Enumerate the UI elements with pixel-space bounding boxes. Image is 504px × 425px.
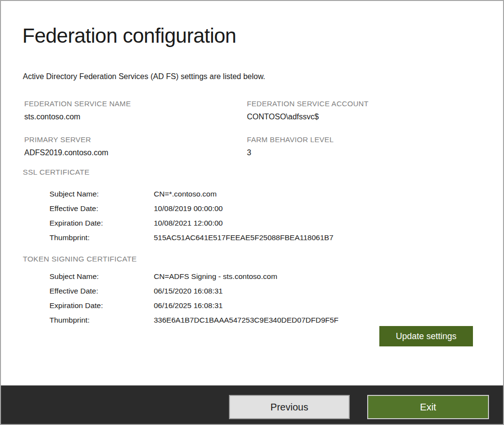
ssl-thumbprint-label: Thumbprint:	[49, 233, 90, 242]
token-signing-certificate-heading: TOKEN SIGNING CERTIFICATE	[23, 255, 137, 263]
ssl-thumbprint-value: 515AC51AC641E517FEEAE5F25088FBEA118061B7	[154, 233, 333, 242]
token-thumbprint-value: 336E6A1B7DC1BAAA547253C9E340DED07DFD9F5F	[154, 316, 339, 325]
ssl-subject-name-label: Subject Name:	[49, 190, 99, 198]
ssl-expiration-date-value: 10/08/2021 12:00:00	[154, 219, 223, 228]
token-expiration-date-value: 06/16/2025 16:08:31	[154, 301, 223, 310]
update-settings-button[interactable]: Update settings	[379, 326, 473, 346]
token-expiration-date-label: Expiration Date:	[49, 301, 103, 310]
footer-bar: Previous Exit	[1, 385, 503, 425]
token-effective-date-value: 06/15/2020 16:08:31	[154, 287, 223, 295]
page-subtitle: Active Directory Federation Services (AD…	[23, 72, 265, 81]
ssl-subject-name-value: CN=*.contoso.com	[154, 190, 217, 198]
farm-behavior-level-label: FARM BEHAVIOR LEVEL	[247, 135, 334, 144]
token-subject-name-value: CN=ADFS Signing - sts.contoso.com	[154, 272, 277, 281]
federation-service-name-label: FEDERATION SERVICE NAME	[24, 99, 131, 108]
federation-service-account-value: CONTOSO\adfssvc$	[247, 113, 319, 121]
primary-server-label: PRIMARY SERVER	[24, 135, 91, 144]
token-subject-name-label: Subject Name:	[49, 272, 99, 281]
ssl-effective-date-value: 10/08/2019 00:00:00	[154, 204, 223, 213]
page-title: Federation configuration	[22, 24, 236, 48]
ssl-expiration-date-label: Expiration Date:	[49, 219, 103, 228]
previous-button[interactable]: Previous	[229, 395, 350, 419]
ssl-certificate-heading: SSL CERTIFICATE	[23, 168, 90, 177]
exit-button[interactable]: Exit	[367, 395, 489, 419]
federation-service-account-label: FEDERATION SERVICE ACCOUNT	[247, 99, 369, 108]
federation-service-name-value: sts.contoso.com	[24, 113, 81, 121]
farm-behavior-level-value: 3	[247, 148, 251, 157]
token-thumbprint-label: Thumbprint:	[49, 316, 90, 325]
primary-server-value: ADFS2019.contoso.com	[24, 148, 108, 157]
ssl-effective-date-label: Effective Date:	[49, 204, 98, 213]
token-effective-date-label: Effective Date:	[49, 287, 98, 295]
federation-configuration-window: Federation configuration Active Director…	[0, 0, 504, 425]
